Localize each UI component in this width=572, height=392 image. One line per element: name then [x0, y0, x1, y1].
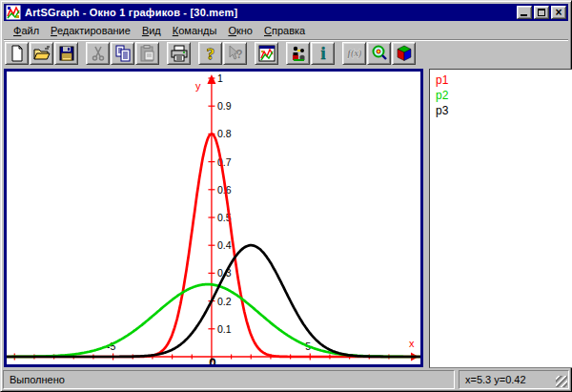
y-axis-label: y	[195, 80, 201, 92]
cut-button[interactable]	[86, 42, 110, 65]
window-controls: ×	[517, 6, 566, 19]
cursor-coordinates: x=5.3 y=0.42	[465, 374, 526, 385]
app-window: ArtSGraph - Окно 1 графиков - [30.mem] ×…	[0, 0, 572, 392]
y-tick-label: 0.1	[217, 323, 232, 335]
save-button[interactable]	[54, 42, 78, 65]
paste-button[interactable]	[135, 42, 159, 65]
fx-icon: f(x)	[345, 44, 364, 63]
y-tick-label: 0.9	[217, 100, 232, 112]
toolbar: ??if(x)	[4, 39, 568, 67]
cut-icon	[89, 44, 108, 63]
app-icon	[6, 5, 21, 20]
zoom-button[interactable]	[367, 42, 391, 65]
paste-icon	[138, 44, 157, 63]
status-coordinates-panel: x=5.3 y=0.42	[459, 370, 569, 389]
legend-item-p1[interactable]: p1	[436, 72, 572, 88]
y-tick-label: 0.8	[217, 128, 232, 139]
y-tick-label: 1	[217, 72, 223, 84]
open-folder-icon	[32, 44, 51, 63]
new-button[interactable]	[5, 42, 29, 65]
menu-справка[interactable]: Справка	[258, 23, 311, 38]
minimize-button[interactable]	[517, 6, 532, 19]
status-message: Выполнено	[10, 374, 65, 385]
y-tick-label: 0.2	[217, 296, 232, 307]
toolbar-group: ??	[198, 42, 248, 65]
plot-panel[interactable]: 0.10.20.30.40.50.60.70.80.91-55yx0	[4, 69, 423, 367]
svg-text:?: ?	[206, 45, 214, 63]
cube-3d-button[interactable]	[392, 42, 416, 65]
copy-icon	[113, 44, 133, 63]
svg-text:f(x): f(x)	[347, 48, 361, 59]
origin-label: 0	[210, 357, 215, 364]
function-button[interactable]: f(x)	[342, 42, 366, 65]
cube-icon	[395, 44, 414, 63]
x-axis-label: x	[409, 338, 415, 349]
menu-команды[interactable]: Команды	[167, 23, 223, 38]
users-icon	[289, 44, 308, 63]
info-button[interactable]: i	[311, 42, 335, 65]
menu-вид[interactable]: Вид	[136, 23, 167, 38]
context-help-button[interactable]: ?	[223, 42, 247, 65]
menu-bar: ФайлРедактированиеВидКомандыОкноСправка	[4, 21, 568, 39]
help-icon: ?	[201, 44, 220, 63]
menu-окно[interactable]: Окно	[222, 23, 258, 38]
status-bar: Выполнено x=5.3 y=0.42	[3, 368, 569, 389]
status-message-panel: Выполнено	[3, 370, 455, 389]
new-document-icon	[8, 44, 27, 63]
context-help-icon: ?	[226, 44, 245, 63]
legend-item-p3[interactable]: p3	[436, 103, 572, 118]
client-area: 0.10.20.30.40.50.60.70.80.91-55yx0 p1p2p…	[4, 67, 568, 366]
menu-редактирование[interactable]: Редактирование	[45, 23, 136, 38]
y-axis-arrow	[207, 74, 215, 84]
save-icon	[57, 44, 76, 63]
toolbar-group	[86, 42, 160, 65]
open-button[interactable]	[30, 42, 53, 65]
svg-text:i: i	[320, 44, 325, 63]
svg-text:?: ?	[235, 48, 242, 61]
zoom-icon	[370, 44, 389, 63]
chart-canvas[interactable]: 0.10.20.30.40.50.60.70.80.91-55yx0	[7, 72, 420, 364]
window-title: ArtSGraph - Окно 1 графиков - [30.mem]	[25, 7, 517, 18]
print-button[interactable]	[167, 42, 191, 65]
maximize-button[interactable]	[534, 6, 549, 19]
help-button[interactable]: ?	[198, 42, 222, 65]
toolbar-group	[167, 42, 192, 65]
close-button[interactable]: ×	[551, 6, 566, 19]
legend-item-p2[interactable]: p2	[436, 88, 572, 103]
y-tick-label: 0.4	[217, 239, 232, 251]
toolbar-group	[5, 42, 79, 65]
graph-window-button[interactable]	[255, 42, 278, 65]
title-bar: ArtSGraph - Окно 1 графиков - [30.mem] ×	[4, 4, 568, 21]
graph-window-icon	[257, 44, 276, 63]
menu-файл[interactable]: Файл	[8, 23, 45, 38]
toolbar-group: i	[286, 42, 336, 65]
print-icon	[170, 44, 189, 63]
resize-grip-icon[interactable]	[556, 376, 567, 387]
legend-panel: p1p2p3	[429, 69, 572, 368]
toolbar-group	[255, 42, 279, 65]
copy-button[interactable]	[111, 42, 134, 65]
info-icon: i	[314, 44, 333, 63]
users-button[interactable]	[286, 42, 310, 65]
toolbar-group: f(x)	[342, 42, 417, 65]
